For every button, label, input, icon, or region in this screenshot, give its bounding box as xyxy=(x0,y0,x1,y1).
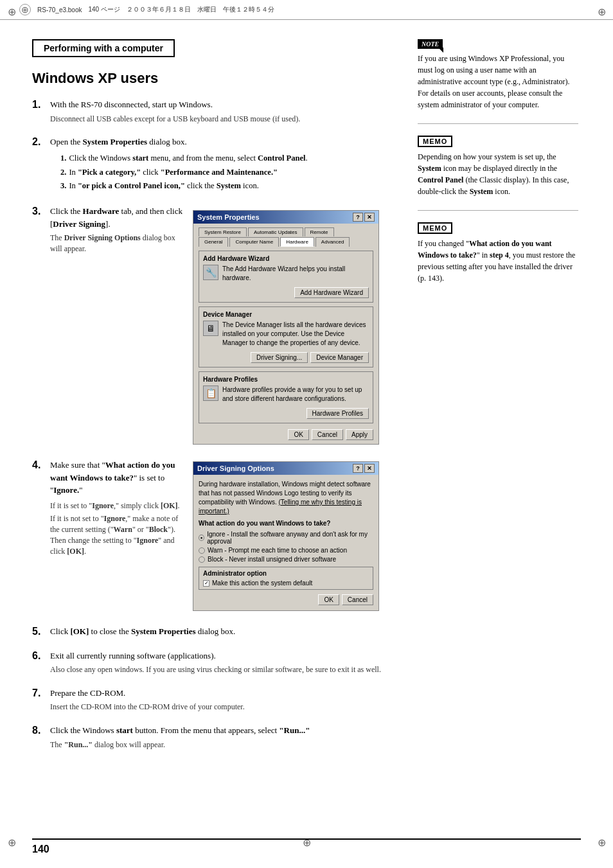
hardware-profiles-icon: 📋 xyxy=(203,385,218,401)
ds-radio-group: Ignore - Install the software anyway and… xyxy=(199,531,373,563)
device-manager-icon: 🖥 xyxy=(203,321,218,336)
step-6-sub: Also close any open windows. If you are … xyxy=(50,664,392,675)
note-icon-corner xyxy=(438,48,443,53)
corner-mark-tl: ⊕ xyxy=(5,5,18,18)
step-8-content: Click the Windows start button. From the… xyxy=(50,724,392,752)
ds-option-block: Block - Never install unsigned driver so… xyxy=(199,556,373,563)
ds-ok-btn: OK xyxy=(318,594,339,605)
step-1-main: With the RS-70 disconnected, start up Wi… xyxy=(50,98,392,111)
step-6-num: 6. xyxy=(32,650,50,662)
memo-1-title: MEMO xyxy=(418,136,578,147)
step-2-sub-1: 1.Click the Windows start menu, and from… xyxy=(60,152,392,164)
step-4-screenshot: Driver Signing Options ? ✕ During hardwa… xyxy=(193,459,392,616)
step-6-main: Exit all currently running software (app… xyxy=(50,650,392,662)
right-column: NOTE If you are using Windows XP Profess… xyxy=(411,33,591,768)
system-properties-dialog: System Properties ? ✕ System Restore Aut… xyxy=(193,210,379,445)
step-5-num: 5. xyxy=(32,625,50,637)
memo-2-title: MEMO xyxy=(418,222,578,234)
page: ⊕ ⊕ ⊕ ⊕ ⊕ RS-70_e3.book 140 ページ ２００３年６月１… xyxy=(0,0,613,868)
step-2-num: 2. xyxy=(32,136,50,148)
step-8-num: 8. xyxy=(32,724,50,736)
ds-close-btn: ✕ xyxy=(364,464,375,473)
titlebar-buttons: ? ✕ xyxy=(353,213,375,222)
ds-cancel-btn: Cancel xyxy=(342,594,373,605)
step-5: 5. Click [OK] to close the System Proper… xyxy=(32,625,392,641)
corner-mark-bl: ⊕ xyxy=(5,836,18,849)
ds-warn-label: Warn - Prompt me each time to choose an … xyxy=(208,547,347,554)
device-manager-section: Device Manager 🖥 The Device Manager list… xyxy=(199,306,373,368)
step-7-num: 7. xyxy=(32,687,50,699)
add-hardware-btn: Add Hardware Wizard xyxy=(294,287,369,298)
step-8: 8. Click the Windows start button. From … xyxy=(32,724,392,752)
ok-btn: OK xyxy=(288,429,308,440)
step-7-sub: Insert the CD-ROM into the CD-ROM drive … xyxy=(50,702,392,713)
step-7-main: Prepare the CD-ROM. xyxy=(50,687,392,700)
add-hardware-row: 🔧 The Add Hardware Wizard helps you inst… xyxy=(203,265,369,283)
add-hardware-section: Add Hardware Wizard 🔧 The Add Hardware W… xyxy=(199,251,373,303)
step-5-content: Click [OK] to close the System Propertie… xyxy=(50,625,392,641)
page-footer: 140 xyxy=(32,838,581,855)
device-manager-row: 🖥 The Device Manager lists all the hardw… xyxy=(203,321,369,348)
ds-title: Driver Signing Options xyxy=(197,465,274,472)
ds-ignore-label: Ignore - Install the software anyway and… xyxy=(207,531,373,545)
hardware-profiles-btn: Hardware Profiles xyxy=(306,408,369,419)
ds-option-ignore: Ignore - Install the software anyway and… xyxy=(199,531,373,545)
tab-system-restore: System Restore xyxy=(199,227,247,236)
step-2: 2. Open the System Properties dialog box… xyxy=(32,136,392,196)
corner-mark-tr: ⊕ xyxy=(595,5,608,18)
step-4-sub1: If it is set to "Ignore," simply click [… xyxy=(50,500,186,511)
dialog-tabs-row2: General Computer Name Hardware Advanced xyxy=(199,237,373,247)
step-4-content: Make sure that "What action do you want … xyxy=(50,459,186,559)
ds-link: (Telling me why this testing is importan… xyxy=(199,499,362,515)
corner-mark-br: ⊕ xyxy=(595,836,608,849)
dialog-titlebar: System Properties ? ✕ xyxy=(193,211,378,224)
add-hardware-desc: The Add Hardware Wizard helps you instal… xyxy=(222,265,369,283)
ds-admin-title: Administrator option xyxy=(203,570,369,577)
hardware-profiles-desc: Hardware profiles provide a way for you … xyxy=(222,385,369,403)
ds-radio-block xyxy=(199,556,205,563)
step-2-sub-3: 3.In "or pick a Control Panel icon," cli… xyxy=(60,180,392,192)
add-hardware-title: Add Hardware Wizard xyxy=(203,255,369,262)
step-7: 7. Prepare the CD-ROM. Insert the CD-ROM… xyxy=(32,687,392,715)
ds-bottom-btns: OK Cancel xyxy=(199,592,373,605)
step-2-content: Open the System Properties dialog box. 1… xyxy=(50,136,392,196)
ds-help-btn: ? xyxy=(353,464,363,473)
step-3-content: Click the Hardware tab, and then click [… xyxy=(50,205,186,257)
ds-checkbox-row: Make this action the system default xyxy=(203,580,369,587)
left-column: Performing with a computer Windows XP us… xyxy=(0,33,411,768)
device-manager-desc: The Device Manager lists all the hardwar… xyxy=(222,321,369,348)
step-4-main: Make sure that "What action do you want … xyxy=(50,459,186,497)
step-6: 6. Exit all currently running software (… xyxy=(32,650,392,678)
ds-radio-warn xyxy=(199,547,205,554)
step-3-text: 3. Click the Hardware tab, and then clic… xyxy=(32,205,186,450)
memo-1-text: Depending on how your system is set up, … xyxy=(418,151,578,197)
header-text: RS-70_e3.book xyxy=(37,6,82,13)
ds-block-label: Block - Never install unsigned driver so… xyxy=(208,556,336,563)
ds-desc: During hardware installation, Windows mi… xyxy=(199,480,373,516)
step-4-sub2: If it is not set to "Ignore," make a not… xyxy=(50,513,186,556)
ds-body: During hardware installation, Windows mi… xyxy=(193,475,378,610)
dialog-title: System Properties xyxy=(197,213,260,221)
step-1-content: With the RS-70 disconnected, start up Wi… xyxy=(50,98,392,127)
step-1-num: 1. xyxy=(32,98,50,111)
dialog-tabs: System Restore Automatic Updates Remote xyxy=(199,227,373,236)
ds-checkbox-label: Make this action the system default xyxy=(212,580,312,587)
tab-general: General xyxy=(199,237,228,247)
hardware-profiles-section: Hardware Profiles 📋 Hardware profiles pr… xyxy=(199,371,373,423)
memo-1-box: MEMO Depending on how your system is set… xyxy=(418,136,578,197)
note-icon: NOTE xyxy=(418,39,443,49)
device-manager-btn: Device Manager xyxy=(310,352,369,363)
step-5-main: Click [OK] to close the System Propertie… xyxy=(50,625,392,638)
divider-1 xyxy=(418,123,578,124)
step-4-area: 4. Make sure that "What action do you wa… xyxy=(32,459,392,616)
hardware-profiles-row: 📋 Hardware profiles provide a way for yo… xyxy=(203,385,369,403)
cancel-btn: Cancel xyxy=(312,429,343,440)
step-2-main: Open the System Properties dialog box. xyxy=(50,136,392,148)
step-8-sub: The "Run..." dialog box will appear. xyxy=(50,740,392,750)
step-2-sub-2: 2.In "Pick a category," click "Performan… xyxy=(60,166,392,179)
step-2-substeps: 1.Click the Windows start menu, and from… xyxy=(60,152,392,192)
step-3: 3. Click the Hardware tab, and then clic… xyxy=(32,205,186,257)
dialog-body: System Restore Automatic Updates Remote … xyxy=(193,224,378,444)
dialog-bottom-buttons: OK Cancel Apply xyxy=(199,427,373,440)
ds-admin-section: Administrator option Make this action th… xyxy=(199,567,373,590)
